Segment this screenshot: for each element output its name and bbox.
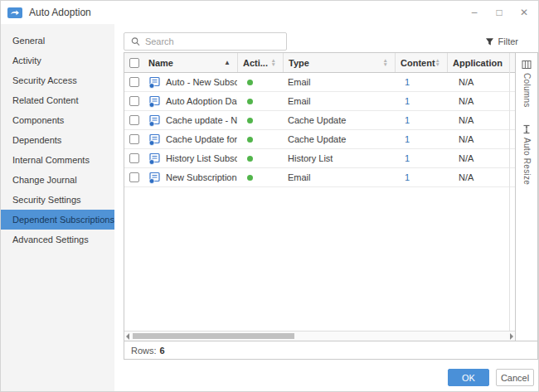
sidebar: General Activity Security Access Related…: [1, 24, 114, 391]
row-name: Cache update - New ...: [166, 115, 237, 125]
columns-tool-button[interactable]: Columns: [522, 60, 532, 108]
active-indicator: [247, 99, 253, 104]
scroll-right-icon[interactable]: [510, 333, 513, 340]
row-application: N/A: [447, 149, 515, 167]
table-header: Name ▲ Acti... ▲▼ Type ▲▼: [124, 53, 515, 73]
active-indicator: [247, 80, 253, 85]
subscription-icon: [148, 133, 161, 146]
sort-ascending-icon[interactable]: ▲: [224, 59, 232, 66]
row-checkbox[interactable]: [129, 172, 139, 182]
sidebar-item-advanced-settings[interactable]: Advanced Settings: [1, 230, 114, 249]
sidebar-item-security-settings[interactable]: Security Settings: [1, 190, 114, 210]
row-type: Cache Update: [283, 130, 395, 148]
row-type: Email: [283, 168, 395, 186]
sidebar-item-internal-comments[interactable]: Internal Comments: [1, 150, 114, 170]
cancel-button[interactable]: Cancel: [496, 369, 534, 386]
active-indicator: [247, 118, 253, 123]
dialog-button-bar: OK Cancel: [448, 369, 534, 386]
table-row[interactable]: Auto - New Subscription Email 1 N/A: [124, 73, 515, 92]
window-controls: – □ ✕: [469, 7, 530, 18]
rows-label: Rows:: [131, 346, 157, 356]
search-input[interactable]: [145, 36, 279, 46]
row-name: Cache Update for Aut...: [166, 134, 237, 144]
auto-resize-tool-button[interactable]: Auto Resize: [522, 124, 532, 185]
scroll-left-icon[interactable]: [126, 333, 129, 340]
subscription-icon: [148, 76, 161, 89]
subscription-icon: [148, 172, 161, 184]
row-name: Auto Adoption Daily: [166, 96, 237, 106]
select-all-checkbox[interactable]: [129, 58, 139, 68]
row-name: History List Subscription: [166, 153, 237, 163]
row-checkbox[interactable]: [129, 115, 139, 125]
columns-tool-label: Columns: [522, 73, 532, 108]
subscription-icon: [148, 114, 161, 127]
row-content-link[interactable]: 1: [400, 115, 410, 125]
columns-icon: [522, 60, 532, 70]
grid-toolbar: Filter: [124, 31, 538, 52]
minimize-icon[interactable]: –: [469, 7, 480, 18]
subscriptions-grid: Name ▲ Acti... ▲▼ Type ▲▼: [124, 52, 538, 360]
column-header-content[interactable]: Content ▲▼: [395, 53, 447, 72]
sidebar-item-dependent-subscriptions[interactable]: Dependent Subscriptions: [1, 210, 114, 230]
active-indicator: [247, 156, 253, 162]
active-indicator: [247, 137, 253, 143]
column-header-type[interactable]: Type ▲▼: [283, 53, 395, 72]
sort-toggle-icon[interactable]: ▲▼: [435, 59, 442, 66]
row-checkbox[interactable]: [129, 77, 139, 87]
sidebar-item-dependents[interactable]: Dependents: [1, 130, 114, 150]
grid-status-bar: Rows: 6: [124, 341, 537, 359]
maximize-icon[interactable]: □: [493, 7, 505, 18]
sidebar-item-components[interactable]: Components: [1, 110, 114, 130]
rows-count: 6: [160, 346, 165, 356]
row-content-link[interactable]: 1: [400, 153, 410, 163]
row-application: N/A: [447, 111, 515, 129]
column-header-application[interactable]: Application: [447, 53, 515, 72]
row-type: Email: [283, 92, 395, 110]
column-header-active[interactable]: Acti... ▲▼: [237, 53, 283, 72]
column-header-name[interactable]: Name ▲: [143, 53, 237, 72]
row-content-link[interactable]: 1: [400, 96, 410, 106]
table-row[interactable]: Cache update - New ... Cache Update 1 N/…: [124, 111, 515, 130]
sidebar-item-change-journal[interactable]: Change Journal: [1, 170, 114, 190]
row-name: Auto - New Subscription: [166, 77, 237, 87]
close-icon[interactable]: ✕: [518, 7, 530, 18]
table-row[interactable]: New Subscription Email 1 N/A: [124, 168, 515, 187]
sidebar-item-activity[interactable]: Activity: [1, 51, 114, 70]
grid-empty-area: [124, 187, 515, 331]
filter-label: Filter: [498, 36, 518, 46]
search-box[interactable]: [124, 32, 287, 51]
row-content-link[interactable]: 1: [400, 134, 410, 144]
row-type: History List: [283, 149, 395, 167]
sidebar-item-related-content[interactable]: Related Content: [1, 90, 114, 110]
row-content-link[interactable]: 1: [400, 77, 410, 87]
row-checkbox[interactable]: [129, 134, 139, 144]
table-row[interactable]: Auto Adoption Daily Email 1 N/A: [124, 92, 515, 111]
active-indicator: [247, 175, 253, 181]
auto-resize-tool-label: Auto Resize: [522, 138, 532, 185]
search-icon: [131, 36, 140, 46]
row-checkbox[interactable]: [129, 96, 139, 106]
scrollbar-thumb[interactable]: [133, 333, 294, 339]
row-application: N/A: [447, 168, 515, 186]
row-application: N/A: [447, 130, 515, 148]
sort-toggle-icon[interactable]: ▲▼: [271, 59, 278, 66]
auto-resize-icon: [522, 124, 532, 134]
app-icon: [7, 7, 22, 18]
filter-icon: [485, 37, 494, 46]
sidebar-item-security-access[interactable]: Security Access: [1, 70, 114, 90]
filter-button[interactable]: Filter: [485, 36, 518, 46]
row-type: Cache Update: [283, 111, 395, 129]
grid-tool-strip: Columns Auto Resize: [516, 53, 537, 341]
sort-toggle-icon[interactable]: ▲▼: [383, 59, 390, 66]
ok-button[interactable]: OK: [448, 369, 489, 386]
main-panel: Filter Name ▲: [114, 24, 538, 391]
horizontal-scrollbar[interactable]: [124, 331, 515, 341]
sidebar-item-general[interactable]: General: [1, 31, 114, 51]
row-content-link[interactable]: 1: [400, 172, 410, 182]
table-row[interactable]: Cache Update for Aut... Cache Update 1 N…: [124, 130, 515, 149]
row-checkbox[interactable]: [129, 153, 139, 163]
grid-main-area: Name ▲ Acti... ▲▼ Type ▲▼: [124, 53, 516, 341]
title-bar: Auto Adoption – □ ✕: [1, 1, 538, 24]
table-row[interactable]: History List Subscription History List 1…: [124, 149, 515, 168]
subscription-icon: [148, 95, 161, 108]
